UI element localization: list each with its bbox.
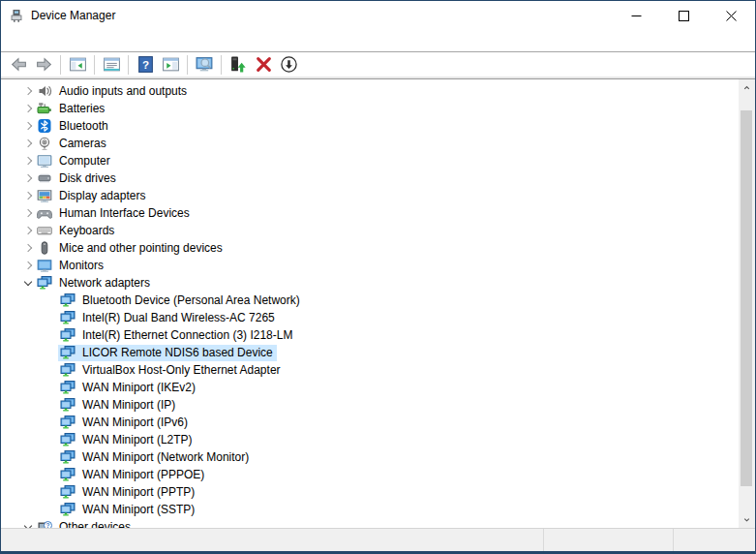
device-tree-pane: Audio inputs and outputs Batteries xyxy=(1,79,755,528)
tree-item[interactable]: Batteries xyxy=(1,100,739,117)
back-button[interactable] xyxy=(6,53,31,76)
action-pane-icon xyxy=(162,55,180,74)
menu-item[interactable] xyxy=(37,38,54,44)
scrollbar-thumb[interactable] xyxy=(741,110,752,486)
tree-item[interactable]: Cameras xyxy=(1,135,739,152)
status-bar xyxy=(1,528,755,551)
maximize-button[interactable] xyxy=(660,1,708,30)
menu-item[interactable] xyxy=(19,38,37,44)
tree-item-label: Batteries xyxy=(59,102,105,115)
tree-item-label: WAN Miniport (PPTP) xyxy=(82,485,195,499)
close-button[interactable] xyxy=(708,1,755,30)
network-icon xyxy=(60,432,76,447)
scroll-down-button[interactable] xyxy=(739,511,755,528)
tree-item-label: WAN Miniport (IKEv2) xyxy=(82,381,196,394)
tree-item[interactable]: VirtualBox Host-Only Ethernet Adapter xyxy=(1,361,739,379)
network-icon xyxy=(60,310,76,325)
network-icon xyxy=(60,327,76,343)
toolbar-separator xyxy=(187,55,188,75)
tree-item[interactable]: WAN Miniport (Network Monitor) xyxy=(1,448,739,466)
toolbar-separator xyxy=(94,55,95,75)
menu-item[interactable] xyxy=(54,38,72,44)
update-driver-button[interactable] xyxy=(226,53,251,76)
tree-item[interactable]: Audio inputs and outputs xyxy=(1,82,739,100)
tree-item[interactable]: WAN Miniport (IPv6) xyxy=(1,414,739,431)
arrow-right-icon xyxy=(35,55,53,74)
keyboard-icon xyxy=(37,223,52,238)
tree-item[interactable]: Human Interface Devices xyxy=(1,204,739,222)
maximize-icon xyxy=(679,11,689,21)
uninstall-icon xyxy=(255,55,273,74)
expander-icon[interactable] xyxy=(22,169,35,187)
help-button[interactable] xyxy=(133,53,158,76)
uninstall-device-button[interactable] xyxy=(251,53,276,76)
scan-hardware-changes-button[interactable] xyxy=(192,53,217,76)
expander-icon[interactable] xyxy=(22,117,35,135)
tree-item[interactable]: WAN Miniport (L2TP) xyxy=(1,431,739,448)
tree-item[interactable]: Display adapters xyxy=(1,187,739,204)
device-tree: Audio inputs and outputs Batteries xyxy=(1,82,739,528)
tree-item[interactable]: Keyboards xyxy=(1,222,739,239)
menu-bar xyxy=(1,30,755,51)
window-title: Device Manager xyxy=(31,9,115,22)
minimize-button[interactable] xyxy=(613,1,660,30)
forward-button[interactable] xyxy=(31,53,56,76)
scan-hardware-icon xyxy=(196,55,214,74)
tree-item[interactable]: Other devices xyxy=(1,518,739,528)
tree-item-label: WAN Miniport (PPPOE) xyxy=(82,468,204,481)
tree-item[interactable]: Disk drives xyxy=(1,169,739,187)
show-action-pane-button[interactable] xyxy=(158,53,183,76)
network-icon xyxy=(60,502,76,517)
tree-item-label: Intel(R) Dual Band Wireless-AC 7265 xyxy=(82,311,275,324)
tree-item-label: Other devices xyxy=(59,520,131,528)
minimize-icon xyxy=(631,11,642,21)
tree-item[interactable]: WAN Miniport (PPPOE) xyxy=(1,466,739,483)
tree-item-label: LICOR Remote NDIS6 based Device xyxy=(82,346,273,359)
tree-item[interactable]: Intel(R) Ethernet Connection (3) I218-LM xyxy=(1,326,739,344)
tree-item[interactable]: Intel(R) Dual Band Wireless-AC 7265 xyxy=(1,309,739,326)
toolbar-separator xyxy=(221,55,222,75)
expander-icon[interactable] xyxy=(22,518,35,528)
expander-icon[interactable] xyxy=(22,222,35,239)
network-icon xyxy=(60,397,76,413)
show-console-tree-button[interactable] xyxy=(65,53,90,76)
expander-icon[interactable] xyxy=(22,152,35,169)
chevron-up-icon xyxy=(741,82,752,93)
expander-icon[interactable] xyxy=(22,82,35,100)
tree-item[interactable]: Bluetooth Device (Personal Area Network) xyxy=(1,292,739,309)
expander-icon[interactable] xyxy=(22,135,35,152)
tree-item[interactable]: Network adapters xyxy=(1,274,739,292)
tree-item-label: Bluetooth xyxy=(59,119,108,133)
tree-item[interactable]: Monitors xyxy=(1,257,739,274)
tree-item-label: WAN Miniport (Network Monitor) xyxy=(82,450,249,464)
expander-icon[interactable] xyxy=(22,239,35,257)
tree-item[interactable]: Bluetooth xyxy=(1,117,739,135)
tree-item[interactable]: WAN Miniport (IKEv2) xyxy=(1,379,739,396)
tree-item[interactable]: Mice and other pointing devices xyxy=(1,239,739,257)
arrow-left-icon xyxy=(10,55,28,74)
device-manager-window: Device Manager xyxy=(0,0,756,554)
tree-item[interactable]: WAN Miniport (IP) xyxy=(1,396,739,414)
scroll-up-button[interactable] xyxy=(739,79,755,96)
expander-icon[interactable] xyxy=(22,274,35,292)
vertical-scrollbar[interactable] xyxy=(739,79,755,528)
network-icon xyxy=(60,484,76,500)
expander-icon[interactable] xyxy=(22,257,35,274)
expander-icon[interactable] xyxy=(22,187,35,204)
expander-icon[interactable] xyxy=(22,204,35,222)
tree-item[interactable]: WAN Miniport (SSTP) xyxy=(1,501,739,518)
expander-icon[interactable] xyxy=(22,100,35,117)
computer-icon xyxy=(37,153,52,169)
tree-item-label: Bluetooth Device (Personal Area Network) xyxy=(82,293,300,307)
properties-button[interactable] xyxy=(99,53,124,76)
mouse-icon xyxy=(37,240,52,256)
tree-item[interactable]: Computer xyxy=(1,152,739,169)
console-tree-icon xyxy=(69,55,87,74)
disable-device-button[interactable] xyxy=(276,53,301,76)
tree-item[interactable]: LICOR Remote NDIS6 based Device xyxy=(1,344,739,361)
audio-icon xyxy=(37,83,52,99)
tree-item-label: WAN Miniport (SSTP) xyxy=(82,503,195,516)
tree-item[interactable]: WAN Miniport (PPTP) xyxy=(1,483,739,501)
close-icon xyxy=(726,11,737,21)
menu-item[interactable] xyxy=(2,38,19,44)
